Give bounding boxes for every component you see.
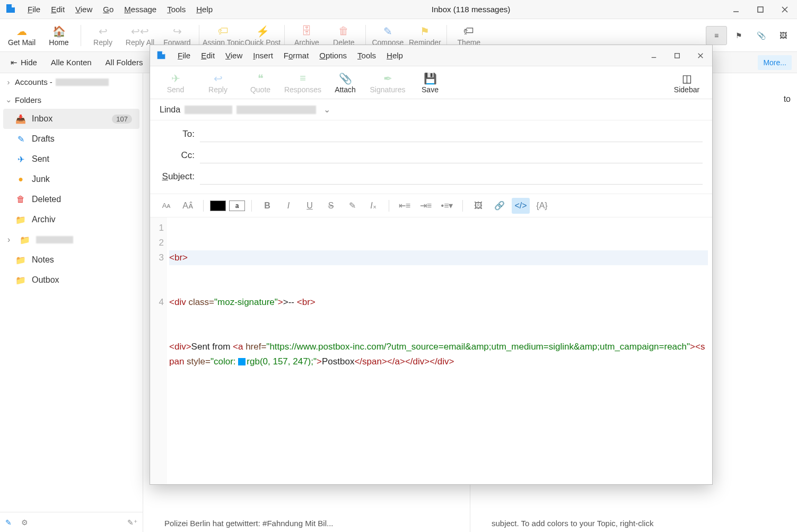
indent-icon: ⇥≡: [420, 200, 432, 211]
menu-edit[interactable]: Edit: [196, 48, 220, 63]
responses-button[interactable]: ≡Responses: [282, 67, 324, 98]
sidebar-item-redacted[interactable]: › 📁: [0, 230, 143, 250]
menu-edit[interactable]: Edit: [46, 2, 70, 17]
source-button[interactable]: </>: [512, 198, 530, 214]
font-larger-button[interactable]: Aᴀ̂: [179, 198, 197, 214]
link-icon: 🔗: [494, 200, 505, 211]
save-button[interactable]: 💾Save: [409, 67, 451, 98]
compose-new-icon[interactable]: ✎⁺: [127, 518, 137, 527]
underline-button[interactable]: U: [301, 198, 319, 214]
highlight-button[interactable]: ✎: [343, 198, 361, 214]
folder-icon: 📁: [15, 254, 27, 266]
cc-field[interactable]: [200, 147, 703, 163]
toolbar-separator: [446, 25, 447, 46]
trash-icon: 🗑: [15, 194, 27, 205]
menu-go[interactable]: Go: [98, 2, 119, 17]
close-button[interactable]: [773, 0, 797, 19]
reply-button[interactable]: ↩Reply: [197, 67, 239, 98]
image-icon: 🖼: [780, 31, 787, 40]
hide-button[interactable]: ⇤Hide: [5, 55, 42, 71]
quote-button[interactable]: ❝Quote: [239, 67, 282, 98]
sidebar-item-drafts[interactable]: ✎ Drafts: [0, 129, 143, 149]
redacted-from-email: [237, 106, 316, 114]
to-field[interactable]: [200, 126, 703, 142]
accounts-header[interactable]: › Accounts -: [0, 73, 143, 91]
font-smaller-icon: Aᴀ: [162, 202, 171, 210]
code-area[interactable]: <br> <div class="moz-signature">>-- <br>…: [167, 217, 712, 484]
quote-icon: ❝: [258, 72, 264, 85]
settings-icon[interactable]: ⚙: [21, 518, 28, 527]
signatures-button[interactable]: ✒Signatures: [366, 67, 409, 98]
code-line-2: <div class="moz-signature">>-- <br>: [169, 295, 708, 310]
indent-button[interactable]: ⇥≡: [417, 198, 435, 214]
html-source-editor[interactable]: 1 2 3 4 <br> <div class="moz-signature">…: [150, 217, 712, 484]
compose-window: File Edit View Insert Format Options Too…: [150, 45, 713, 485]
attach-button[interactable]: 📎Attach: [324, 67, 366, 98]
folders-header[interactable]: ⌄ Folders: [0, 91, 143, 109]
app-icon: [4, 2, 19, 17]
menu-file[interactable]: File: [22, 2, 46, 17]
send-button[interactable]: ✈Send: [154, 67, 197, 98]
list-button[interactable]: •≡▾: [438, 198, 456, 214]
inbox-count: 107: [112, 115, 132, 124]
more-button[interactable]: More...: [758, 55, 792, 70]
menu-tools[interactable]: Tools: [162, 2, 191, 17]
menu-tools[interactable]: Tools: [352, 48, 381, 63]
menu-help[interactable]: Help: [191, 2, 218, 17]
minimize-button[interactable]: [724, 0, 748, 19]
clear-fmt-button[interactable]: Iₓ: [364, 198, 382, 214]
all-folders-button[interactable]: All Folders: [100, 55, 148, 70]
home-button[interactable]: 🏠Home: [40, 20, 77, 51]
outdent-button[interactable]: ⇤≡: [396, 198, 414, 214]
redacted-account: [56, 79, 109, 86]
font-smaller-button[interactable]: Aᴀ: [157, 198, 176, 214]
menu-view[interactable]: View: [220, 48, 248, 63]
close-button[interactable]: [689, 45, 712, 66]
sidebar-item-sent[interactable]: ✈ Sent: [0, 149, 143, 169]
window-controls: [724, 0, 797, 19]
maximize-button[interactable]: [665, 45, 689, 66]
compose-headers: To: Cc: Subject:: [150, 120, 712, 194]
get-mail-button[interactable]: ☁Get Mail: [3, 20, 40, 51]
sidebar-item-deleted[interactable]: 🗑 Deleted: [0, 189, 143, 210]
view-image-button[interactable]: 🖼: [773, 26, 794, 45]
menu-insert[interactable]: Insert: [248, 48, 278, 63]
sidebar-item-archiv[interactable]: 📁 Archiv: [0, 210, 143, 230]
sidebar-item-inbox[interactable]: 📥 Inbox 107: [3, 109, 139, 129]
from-row[interactable]: Linda ⌄: [150, 99, 712, 120]
image-button[interactable]: 🖼: [469, 198, 487, 214]
sidebar-toggle-button[interactable]: ◫Sidebar: [665, 67, 708, 98]
minimize-button[interactable]: [642, 45, 665, 66]
chat-icon[interactable]: ✎: [5, 518, 12, 527]
menu-view[interactable]: View: [70, 2, 98, 17]
menu-help[interactable]: Help: [381, 48, 408, 63]
styles-button[interactable]: {A}: [533, 198, 551, 214]
sidebar: › Accounts - ⌄ Folders 📥 Inbox 107 ✎ Dra…: [0, 73, 143, 532]
maximize-button[interactable]: [748, 0, 773, 19]
view-list-button[interactable]: ≡: [706, 26, 727, 45]
flag-icon: ⚑: [735, 31, 742, 40]
sidebar-item-outbox[interactable]: 📁 Outbox: [0, 270, 143, 290]
reply-button[interactable]: ↩Reply: [84, 20, 121, 51]
chevron-down-icon[interactable]: ⌄: [323, 104, 330, 115]
tag2-icon: 🏷: [463, 24, 474, 38]
menu-message[interactable]: Message: [119, 2, 162, 17]
bg-color-swatch[interactable]: a: [229, 200, 245, 211]
strike-button[interactable]: S: [322, 198, 340, 214]
menu-file[interactable]: File: [172, 48, 196, 63]
bold-button[interactable]: B: [258, 198, 276, 214]
link-button[interactable]: 🔗: [491, 198, 509, 214]
italic-button[interactable]: I: [279, 198, 297, 214]
sidebar-item-notes[interactable]: 📁 Notes: [0, 250, 143, 270]
list-icon: ≡: [714, 31, 719, 40]
all-accounts-button[interactable]: Alle Konten: [46, 55, 97, 70]
view-attach-button[interactable]: 📎: [750, 26, 772, 45]
bolt-icon: ⚡: [256, 24, 269, 38]
menu-options[interactable]: Options: [314, 48, 352, 63]
view-flag-button[interactable]: ⚑: [728, 26, 749, 45]
subject-field[interactable]: [200, 169, 703, 185]
sidebar-footer: ✎ ⚙ ✎⁺: [0, 512, 143, 532]
menu-format[interactable]: Format: [278, 48, 314, 63]
sidebar-item-junk[interactable]: ● Junk: [0, 169, 143, 189]
text-color-swatch[interactable]: [210, 200, 226, 211]
